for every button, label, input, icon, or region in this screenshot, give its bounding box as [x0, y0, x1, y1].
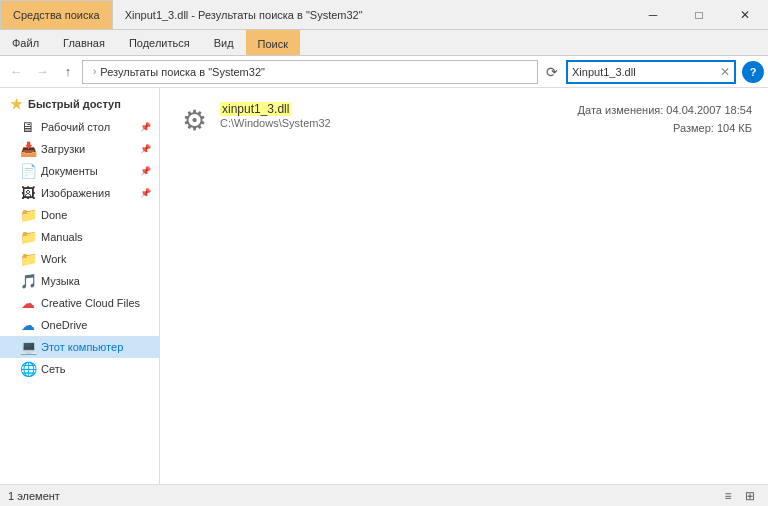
images-icon: 🖼 [20, 185, 36, 201]
path-segment: › Результаты поиска в "System32" [91, 66, 265, 78]
refresh-button[interactable]: ⟳ [540, 60, 564, 84]
pin-icon: 📌 [140, 188, 151, 198]
maximize-button[interactable]: □ [676, 0, 722, 30]
file-item[interactable]: ⚙ xinput1_3.dll C:\Windows\System32 Дата… [168, 96, 760, 144]
search-input[interactable] [572, 66, 720, 78]
minimize-button[interactable]: ─ [630, 0, 676, 30]
file-type-icon: ⚙ [176, 102, 212, 138]
file-date: Дата изменения: 04.04.2007 18:54 [578, 102, 752, 120]
forward-button[interactable]: → [30, 60, 54, 84]
folder-icon: 🖥 [20, 119, 36, 135]
back-button[interactable]: ← [4, 60, 28, 84]
file-path: C:\Windows\System32 [220, 117, 570, 129]
search-box: ✕ [566, 60, 736, 84]
creative-cloud-icon: ☁ [20, 295, 36, 311]
sidebar-item-music[interactable]: 🎵 Музыка [0, 270, 159, 292]
main-content: ★ Быстрый доступ 🖥 Рабочий стол 📌 📥 Загр… [0, 88, 768, 484]
close-button[interactable]: ✕ [722, 0, 768, 30]
pin-icon: 📌 [140, 144, 151, 154]
sidebar-item-creative-cloud[interactable]: ☁ Creative Cloud Files [0, 292, 159, 314]
address-path[interactable]: › Результаты поиска в "System32" [82, 60, 538, 84]
file-area: ⚙ xinput1_3.dll C:\Windows\System32 Дата… [160, 88, 768, 484]
sidebar-item-network[interactable]: 🌐 Сеть [0, 358, 159, 380]
sidebar: ★ Быстрый доступ 🖥 Рабочий стол 📌 📥 Загр… [0, 88, 160, 484]
pin-icon: 📌 [140, 122, 151, 132]
folder-done-icon: 📁 [20, 207, 36, 223]
sidebar-item-manuals[interactable]: 📁 Manuals [0, 226, 159, 248]
status-bar: 1 элемент ≡ ⊞ [0, 484, 768, 506]
sidebar-item-downloads[interactable]: 📥 Загрузки 📌 [0, 138, 159, 160]
title-bar: Средства поиска Xinput1_3.dll - Результа… [0, 0, 768, 30]
file-name: xinput1_3.dll [220, 102, 291, 116]
ribbon-tab-file[interactable]: Файл [0, 30, 51, 55]
folder-work-icon: 📁 [20, 251, 36, 267]
search-clear-icon[interactable]: ✕ [720, 65, 730, 79]
path-chevron: › [93, 66, 96, 77]
window-controls: ─ □ ✕ [630, 0, 768, 29]
downloads-icon: 📥 [20, 141, 36, 157]
sidebar-item-images[interactable]: 🖼 Изображения 📌 [0, 182, 159, 204]
title-bar-tabs: Средства поиска Xinput1_3.dll - Результа… [0, 0, 630, 29]
view-buttons: ≡ ⊞ [718, 487, 760, 505]
ribbon-tab-view[interactable]: Вид [202, 30, 246, 55]
file-details: xinput1_3.dll C:\Windows\System32 [220, 102, 570, 129]
tab-title: Xinput1_3.dll - Результаты поиска в "Sys… [113, 0, 630, 29]
tab-search-tools[interactable]: Средства поиска [0, 0, 113, 29]
this-pc-icon: 💻 [20, 339, 36, 355]
sidebar-item-this-pc[interactable]: 💻 Этот компьютер [0, 336, 159, 358]
pin-icon: 📌 [140, 166, 151, 176]
sidebar-section-quick-access[interactable]: ★ Быстрый доступ [0, 92, 159, 116]
ribbon: Файл Главная Поделиться Вид Поиск [0, 30, 768, 56]
folder-manuals-icon: 📁 [20, 229, 36, 245]
sidebar-item-desktop[interactable]: 🖥 Рабочий стол 📌 [0, 116, 159, 138]
star-icon: ★ [8, 96, 24, 112]
sidebar-item-documents[interactable]: 📄 Документы 📌 [0, 160, 159, 182]
network-icon: 🌐 [20, 361, 36, 377]
music-icon: 🎵 [20, 273, 36, 289]
file-size: Размер: 104 КБ [578, 120, 752, 138]
ribbon-tab-search[interactable]: Поиск [246, 30, 300, 55]
documents-icon: 📄 [20, 163, 36, 179]
file-meta: Дата изменения: 04.04.2007 18:54 Размер:… [578, 102, 752, 137]
grid-view-button[interactable]: ⊞ [740, 487, 760, 505]
up-button[interactable]: ↑ [56, 60, 80, 84]
ribbon-tab-share[interactable]: Поделиться [117, 30, 202, 55]
item-count: 1 элемент [8, 490, 60, 502]
sidebar-item-done[interactable]: 📁 Done [0, 204, 159, 226]
onedrive-icon: ☁ [20, 317, 36, 333]
sidebar-item-work[interactable]: 📁 Work [0, 248, 159, 270]
ribbon-tab-home[interactable]: Главная [51, 30, 117, 55]
help-button[interactable]: ? [742, 61, 764, 83]
list-view-button[interactable]: ≡ [718, 487, 738, 505]
sidebar-item-onedrive[interactable]: ☁ OneDrive [0, 314, 159, 336]
address-bar: ← → ↑ › Результаты поиска в "System32" ⟳… [0, 56, 768, 88]
